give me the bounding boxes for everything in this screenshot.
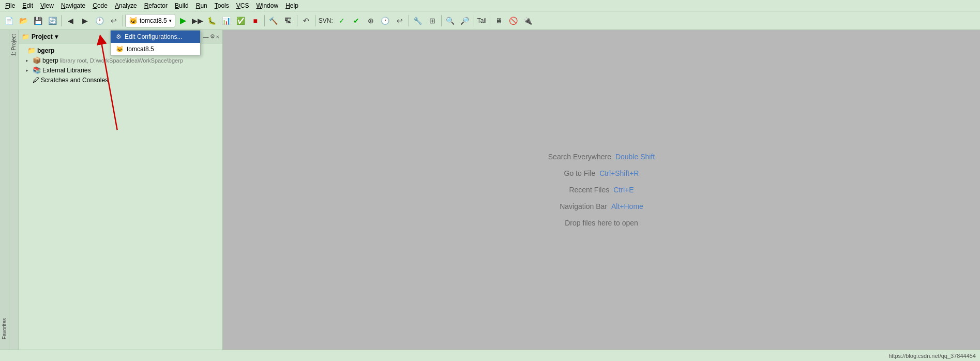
favorites-label[interactable]: Favorites	[2, 318, 7, 339]
plugin-btn[interactable]: 🔌	[521, 14, 535, 27]
folder-icon: 📁	[22, 33, 29, 40]
menu-edit[interactable]: Edit	[19, 1, 36, 10]
hint-goto-label: Go to File	[564, 169, 596, 177]
menu-run[interactable]: Run	[193, 1, 210, 10]
profile-btn[interactable]: 📊	[220, 14, 233, 27]
menu-refactor[interactable]: Refactor	[141, 1, 171, 10]
hint-search: Search Everywhere Double Shift	[548, 153, 655, 161]
sep-6	[409, 15, 409, 26]
debug-btn[interactable]: 🐛	[205, 14, 219, 27]
hint-recent: Recent Files Ctrl+E	[569, 186, 634, 194]
prohibit-btn[interactable]: 🚫	[507, 14, 520, 27]
hint-search-label: Search Everywhere	[548, 153, 611, 161]
svn-label: SVN:	[318, 17, 334, 24]
menu-code[interactable]: Code	[89, 1, 111, 10]
root-folder-icon: 📁	[27, 47, 36, 54]
sep-7	[441, 15, 442, 26]
stop-btn[interactable]: ■	[249, 14, 262, 27]
sep-1	[61, 15, 62, 26]
open-btn[interactable]: 📂	[17, 14, 30, 27]
run-with-coverage-btn[interactable]: ▶▶	[191, 14, 204, 27]
hint-drop: Drop files here to open	[565, 219, 638, 227]
run-config-name: tomcat8.5	[140, 17, 167, 24]
menu-window[interactable]: Window	[253, 1, 281, 10]
menu-build[interactable]: Build	[172, 1, 192, 10]
run-btn[interactable]: ▶	[176, 14, 190, 27]
tree-item-ext-libs[interactable]: ▸ 📚 External Libraries	[19, 65, 222, 75]
back-btn[interactable]: ◀	[64, 14, 77, 27]
menu-file[interactable]: File	[2, 1, 18, 10]
project-header-actions: — ⚙ ×	[203, 33, 219, 40]
menu-bar: File Edit View Navigate Code Analyze Ref…	[0, 0, 980, 11]
bgerp-module-chevron-icon: ▸	[26, 58, 31, 63]
sync-btn[interactable]: 🔄	[46, 14, 59, 27]
coverage-btn[interactable]: ✅	[234, 14, 248, 27]
sep-5	[315, 15, 315, 26]
tree-item-scratches[interactable]: 🖊 Scratches and Consoles	[19, 75, 222, 85]
undo-nav-btn[interactable]: ↩	[107, 14, 120, 27]
recent-btn[interactable]: 🕐	[93, 14, 106, 27]
settings-icon[interactable]: ⚙	[210, 33, 215, 40]
favorites-strip: Favorites	[0, 30, 9, 350]
tomcat-item-icon: 🐱	[116, 46, 124, 53]
bgerp-module-label: bgerp	[42, 57, 58, 64]
svn-history-btn[interactable]: 🕐	[379, 14, 392, 27]
menu-tools[interactable]: Tools	[212, 1, 232, 10]
layout-btn[interactable]: ⊞	[426, 14, 439, 27]
project-tab-label[interactable]: 1: Project	[11, 34, 17, 56]
run-config-dropdown[interactable]: 🐱 tomcat8.5 ▾	[125, 14, 175, 27]
menu-analyze[interactable]: Analyze	[112, 1, 140, 10]
root-label: bgerp	[37, 47, 54, 54]
bgerp-module-path: library root, D:\workSpace\ideaWorkSpace…	[60, 57, 183, 64]
tomcat-config-item[interactable]: 🐱 tomcat8.5	[111, 43, 200, 55]
tree-item-bgerp-module[interactable]: ▸ 📦 bgerp library root, D:\workSpace\ide…	[19, 55, 222, 65]
menu-vcs[interactable]: VCS	[233, 1, 252, 10]
ext-libs-chevron-icon: ▸	[26, 68, 31, 73]
editor-area: Search Everywhere Double Shift Go to Fil…	[223, 30, 980, 350]
sep-4	[297, 15, 297, 26]
scratches-label: Scratches and Consoles	[41, 77, 108, 84]
save-btn[interactable]: 💾	[31, 14, 44, 27]
project-tree: 📁 bgerp ▸ 📦 bgerp library root, D:\workS…	[19, 43, 222, 350]
project-header-chevron[interactable]: ▾	[55, 33, 58, 40]
collapse-all-btn[interactable]: —	[203, 33, 209, 40]
edit-config-label: Edit Configurations...	[125, 33, 182, 40]
search2-btn[interactable]: 🔎	[458, 14, 472, 27]
build-btn[interactable]: 🔨	[267, 14, 280, 27]
sep-8	[474, 15, 474, 26]
tomcat-icon: 🐱	[129, 17, 138, 25]
menu-view[interactable]: View	[37, 1, 57, 10]
tail-label: Tail	[476, 17, 488, 24]
side-tab-strip: 1: Project	[9, 30, 19, 350]
edit-configurations-item[interactable]: ⚙ Edit Configurations...	[111, 31, 200, 43]
new-file-btn[interactable]: 📄	[2, 14, 16, 27]
build-project-btn[interactable]: 🏗	[281, 14, 295, 27]
hint-navbar-label: Navigation Bar	[560, 202, 607, 210]
scratches-icon: 🖊	[33, 76, 39, 84]
bgerp-module-icon: 📦	[33, 56, 41, 64]
svn-update-btn[interactable]: ✓	[335, 14, 349, 27]
svn-commit-btn[interactable]: ✔	[350, 14, 363, 27]
revert-btn[interactable]: ↶	[299, 14, 313, 27]
hint-goto-file: Go to File Ctrl+Shift+R	[564, 169, 639, 177]
menu-navigate[interactable]: Navigate	[58, 1, 88, 10]
hint-navbar: Navigation Bar Alt+Home	[560, 202, 643, 210]
sep-9	[490, 15, 490, 26]
close-panel-btn[interactable]: ×	[216, 33, 219, 40]
hint-navbar-key: Alt+Home	[611, 202, 643, 210]
svn-integrate-btn[interactable]: ⊕	[364, 14, 378, 27]
monitor-btn[interactable]: 🖥	[492, 14, 506, 27]
menu-help[interactable]: Help	[282, 1, 301, 10]
hint-goto-key: Ctrl+Shift+R	[599, 169, 639, 177]
svn-undo-btn[interactable]: ↩	[393, 14, 406, 27]
search-btn[interactable]: 🔍	[444, 14, 457, 27]
edit-config-icon: ⚙	[116, 33, 122, 40]
sep-2	[123, 15, 123, 26]
hint-search-key: Double Shift	[615, 153, 655, 161]
settings-btn[interactable]: 🔧	[411, 14, 425, 27]
forward-btn[interactable]: ▶	[78, 14, 92, 27]
hint-recent-label: Recent Files	[569, 186, 609, 194]
status-url: https://blog.csdn.net/qq_37844454	[888, 353, 976, 359]
run-config-dropdown-menu: ⚙ Edit Configurations... 🐱 tomcat8.5	[110, 30, 201, 56]
tomcat-item-label: tomcat8.5	[127, 46, 154, 53]
